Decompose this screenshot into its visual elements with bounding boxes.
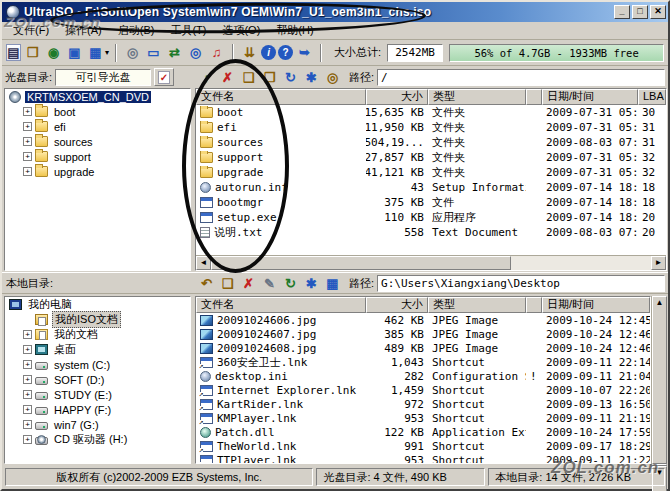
tree-expander[interactable]: + xyxy=(23,360,32,369)
settings-icon[interactable]: ✱ xyxy=(302,68,321,86)
file-row[interactable]: 20091024608.jpg489 KBJPEG Image2009-10-2… xyxy=(196,341,650,355)
tree-item[interactable]: +efi xyxy=(5,119,190,134)
browse-icon[interactable]: ◎ xyxy=(323,68,342,86)
column-header-type[interactable]: 类型 xyxy=(428,297,526,313)
file-row[interactable]: autorun.inf43Setup Information2009-07-14… xyxy=(196,180,666,195)
new-folder-icon[interactable]: ❑ xyxy=(239,68,258,86)
file-row[interactable]: desktop.ini282Configuration S...!2009-09… xyxy=(196,369,650,383)
file-row[interactable]: bootmgr375 KB文件2009-07-14 18:4118 xyxy=(196,195,666,210)
file-row[interactable]: 360安全卫士.lnk1,043Shortcut2009-09-11 22:14 xyxy=(196,355,650,369)
verify-icon[interactable]: i xyxy=(261,45,276,60)
file-row[interactable]: KartRider.lnk972Shortcut2009-09-13 16:50 xyxy=(196,397,650,411)
menu-file[interactable]: 文件(F) xyxy=(6,22,56,39)
tree-item[interactable]: +sources xyxy=(5,134,190,149)
scroll-up-button[interactable]: ▲ xyxy=(652,296,667,464)
folder-properties-icon[interactable]: ❒ xyxy=(260,68,279,86)
menu-tools[interactable]: 工具(T) xyxy=(163,22,213,39)
scroll-right-button[interactable]: ► xyxy=(651,256,666,270)
column-header-date[interactable]: 日期/时间 xyxy=(542,297,650,313)
tree-item[interactable]: +HAPPY (F:) xyxy=(5,402,190,417)
rename-icon[interactable]: ✎ xyxy=(260,274,279,292)
tree-item[interactable]: +我的文档 xyxy=(5,327,190,342)
menu-help[interactable]: 帮助(H) xyxy=(269,22,320,39)
tree-item[interactable]: +CD 驱动器 (H:) xyxy=(5,432,190,447)
refresh-icon[interactable]: ↻ xyxy=(281,274,300,292)
tree-item[interactable]: +win7 (G:) xyxy=(5,417,190,432)
open-dropdown-caret[interactable]: ▾ xyxy=(105,48,109,57)
tree-expander[interactable]: + xyxy=(23,420,32,429)
file-row[interactable]: KMPlayer.lnk953Shortcut2009-09-11 21:19 xyxy=(196,411,650,425)
tree-expander[interactable]: + xyxy=(23,390,32,399)
disc-path-input[interactable]: / xyxy=(377,69,665,86)
file-row[interactable]: 20091024606.jpg462 KBJPEG Image2009-10-2… xyxy=(196,313,650,327)
file-row[interactable]: TTPlayer.lnk953Shortcut2009-09-11 21:22 xyxy=(196,453,650,463)
tree-expander[interactable]: + xyxy=(23,107,32,116)
view-icon[interactable]: ▦ xyxy=(323,274,342,292)
column-header-date[interactable]: 日期/时间 xyxy=(542,89,638,105)
tree-item[interactable]: KRTMSXOEM_CN_DVD xyxy=(5,89,190,104)
file-row[interactable]: upgrade41,121 KB文件夹2009-07-31 05:3932 xyxy=(196,165,666,180)
tree-expander[interactable]: + xyxy=(23,435,32,444)
column-header-attr[interactable] xyxy=(526,297,542,313)
tree-item[interactable]: 我的电脑 xyxy=(5,297,190,312)
burn-cd-icon[interactable]: ◎ xyxy=(186,44,205,62)
column-header-type[interactable]: 类型 xyxy=(428,89,526,105)
file-row[interactable]: sources2,504,19...文件夹2009-08-03 07:3031 xyxy=(196,135,666,150)
tree-item[interactable]: +support xyxy=(5,149,190,164)
file-row[interactable]: 20091024607.jpg385 KBJPEG Image2009-10-2… xyxy=(196,327,650,341)
local-vertical-scrollbar[interactable]: ▲ ▼ xyxy=(651,296,667,464)
convert-icon[interactable]: ⇄ xyxy=(165,44,184,62)
settings-icon[interactable]: ✱ xyxy=(302,274,321,292)
tree-expander[interactable]: + xyxy=(23,330,32,339)
capture-screen-icon[interactable]: ▭ xyxy=(144,44,163,62)
column-header-size[interactable]: 大小 xyxy=(366,297,428,313)
local-path-input[interactable]: G:\Users\Xiangxiang\Desktop xyxy=(377,275,665,292)
tree-expander[interactable]: + xyxy=(23,167,32,176)
menu-bootable[interactable]: 启动(B) xyxy=(111,22,162,39)
column-header-attr[interactable] xyxy=(526,89,542,105)
help-icon[interactable]: ? xyxy=(278,45,293,60)
tree-expander[interactable]: + xyxy=(23,345,32,354)
tree-item[interactable]: 我的ISO文档 xyxy=(5,312,190,327)
rip-audio-icon[interactable]: ♫ xyxy=(207,44,226,62)
tree-item[interactable]: +STUDY (E:) xyxy=(5,387,190,402)
column-header-size[interactable]: 大小 xyxy=(366,89,428,105)
file-row[interactable]: setup.exe110 KB应用程序2009-07-14 18:4120 xyxy=(196,210,666,225)
file-row[interactable]: Patch.dll122 KBApplication Ext...2009-10… xyxy=(196,425,650,439)
open-image-icon[interactable]: ❒ xyxy=(23,44,42,62)
minimize-button[interactable]: _ xyxy=(614,5,630,19)
tree-item[interactable]: +upgrade xyxy=(5,164,190,179)
maximize-button[interactable]: □ xyxy=(632,5,648,19)
file-row[interactable]: efi11,950 KB文件夹2009-07-31 05:3831 xyxy=(196,120,666,135)
delete-icon[interactable]: ✗ xyxy=(218,68,237,86)
close-button[interactable]: ✕ xyxy=(650,5,666,19)
tree-expander[interactable]: + xyxy=(23,122,32,131)
scroll-left-button[interactable]: ◄ xyxy=(196,256,211,270)
new-folder-icon[interactable]: ❑ xyxy=(218,274,237,292)
bootable-check-button[interactable]: ✓ xyxy=(154,68,174,86)
tree-expander[interactable]: + xyxy=(23,375,32,384)
save-as-icon[interactable]: ▦ xyxy=(86,44,105,62)
menu-options[interactable]: 选项(O) xyxy=(215,22,267,39)
tree-item[interactable]: +boot xyxy=(5,104,190,119)
file-row[interactable]: boot15,635 KB文件夹2009-07-31 05:3830 xyxy=(196,105,666,120)
tree-expander[interactable]: + xyxy=(23,405,32,414)
new-document-icon[interactable]: ▤ xyxy=(6,44,21,61)
disc-horizontal-scrollbar[interactable]: ◄ ► xyxy=(196,255,666,270)
tree-expander[interactable]: + xyxy=(23,137,32,146)
tree-item[interactable]: +SOFT (D:) xyxy=(5,372,190,387)
tree-item[interactable]: +桌面 xyxy=(5,342,190,357)
tree-item[interactable]: +system (C:) xyxy=(5,357,190,372)
file-row[interactable]: 说明.txt558Text Document2009-08-03 07:4020 xyxy=(196,225,666,240)
refresh-icon[interactable]: ↻ xyxy=(281,68,300,86)
column-header-name[interactable]: 文件名 xyxy=(196,89,366,105)
column-header-name[interactable]: 文件名 xyxy=(196,297,366,313)
file-row[interactable]: Internet Explorer.lnk1,459Shortcut2009-1… xyxy=(196,383,650,397)
menu-actions[interactable]: 操作(A) xyxy=(58,22,109,39)
exit-icon[interactable]: ➥ xyxy=(295,44,314,62)
column-header-lba[interactable]: LBA xyxy=(638,89,666,105)
delete-icon[interactable]: ✗ xyxy=(239,274,258,292)
make-image-icon[interactable]: ◎ xyxy=(123,44,142,62)
compress-iso-icon[interactable]: ⇊ xyxy=(240,44,259,62)
extract-boot-icon[interactable]: ◉ xyxy=(44,44,63,62)
